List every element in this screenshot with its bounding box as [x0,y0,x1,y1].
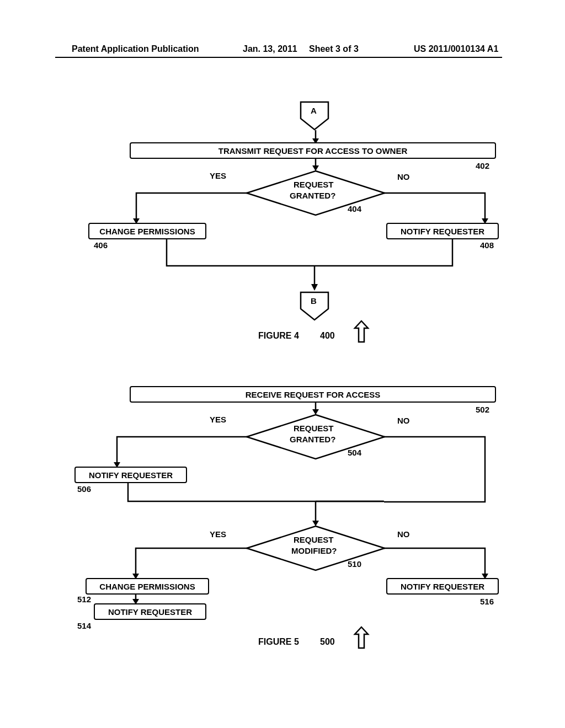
ref-514: 514 [77,621,91,630]
ref-516: 516 [480,597,494,606]
up-arrow-icon-5 [353,626,370,651]
arrow-no-4 [383,192,488,225]
header-date: Jan. 13, 2011 [243,44,297,54]
header-sheet: Sheet 3 of 3 [309,44,359,54]
merge-4 [166,238,475,293]
box-receive-request: RECEIVE REQUEST FOR ACCESS [130,386,496,403]
yes-label-5b: YES [210,529,226,539]
box-notify-requester-516: NOTIFY REQUESTER [386,578,499,595]
header-rule [55,57,502,58]
arrow-yes-504 [116,436,251,469]
yes-label-5a: YES [210,415,226,424]
yes-label-4: YES [210,171,226,180]
arrow-yes-510 [135,547,250,580]
ref-506: 506 [77,484,91,494]
figure4-caption: FIGURE 4 [258,331,299,341]
connector-a [298,99,331,132]
decision-504-line1: REQUEST [294,424,334,433]
ref-510: 510 [348,559,361,569]
arrow-yes-4 [135,192,251,225]
no-label-5a: NO [397,416,410,425]
decision-504-line2: GRANTED? [290,435,335,444]
ref-402: 402 [476,161,489,170]
arrow-402-to-404 [312,158,319,171]
no-label-4: NO [397,172,410,181]
box-notify-requester-4: NOTIFY REQUESTER [386,223,499,239]
ref-512: 512 [77,595,91,604]
arrow-502-to-504 [312,402,319,415]
decision-510-line1: REQUEST [294,535,334,544]
ref-408: 408 [480,240,494,250]
ref-504: 504 [348,448,361,457]
no-label-5b: NO [397,529,410,539]
ref-502: 502 [476,405,489,414]
box-notify-requester-514: NOTIFY REQUESTER [94,603,206,620]
figure5-caption: FIGURE 5 [258,637,299,647]
connector-b-label: B [311,296,317,306]
connector-b [298,290,331,323]
decision-404-line1: REQUEST [294,180,334,189]
ref-404: 404 [348,204,361,213]
figure4-num: 400 [320,331,335,341]
arrow-512-to-514 [132,593,139,604]
decision-510-line2: MODIFIED? [291,546,337,555]
box-transmit-request: TRANSMIT REQUEST FOR ACCESS TO OWNER [130,142,496,159]
ref-406: 406 [94,240,108,250]
box-notify-requester-506: NOTIFY REQUESTER [74,467,187,483]
decision-404-line2: GRANTED? [290,191,335,200]
connector-a-label: A [311,106,317,115]
arrow-to-510 [312,500,390,527]
up-arrow-icon-4 [353,320,370,345]
arrow-no-510 [383,547,488,580]
figure5-num: 500 [320,637,335,647]
header-publication: Patent Application Publication [72,44,199,54]
header-pubno: US 2011/0010134 A1 [414,44,498,54]
arrow-no-504 [383,436,488,507]
box-change-permissions-4: CHANGE PERMISSIONS [88,223,206,239]
box-change-permissions-512: CHANGE PERMISSIONS [86,578,209,595]
